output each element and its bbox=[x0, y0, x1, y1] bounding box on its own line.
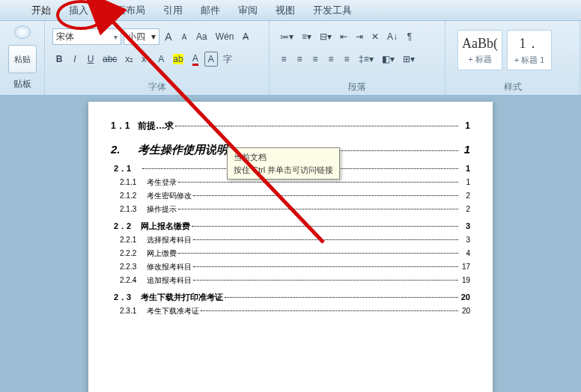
asian-layout-button[interactable]: 字 bbox=[220, 52, 235, 67]
align-left-button[interactable]: ≡ bbox=[277, 52, 290, 67]
toc-leader bbox=[193, 280, 458, 281]
toc-page: 2 bbox=[460, 205, 470, 213]
grow-font-button[interactable]: A bbox=[162, 29, 175, 44]
change-case-button[interactable]: Aa bbox=[193, 29, 210, 44]
toc-leader bbox=[178, 209, 458, 209]
font-name-select[interactable]: 宋体▾ bbox=[52, 28, 121, 45]
shrink-font-button[interactable]: A bbox=[177, 29, 191, 44]
group-styles-label: 样式 bbox=[453, 79, 572, 94]
tab-references[interactable]: 引用 bbox=[154, 1, 192, 20]
italic-button[interactable]: I bbox=[68, 52, 82, 67]
quick-access-icon[interactable] bbox=[14, 25, 31, 39]
toc-leader bbox=[178, 182, 458, 183]
style-card-title[interactable]: AaBb( + 标题 bbox=[457, 30, 502, 70]
font-size-select[interactable]: 小四▾ bbox=[124, 28, 159, 45]
toc-text: 考生下载准考证 bbox=[147, 306, 199, 316]
toc-entry[interactable]: 2.3.1考生下载准考证20 bbox=[120, 306, 470, 316]
style-card-heading1[interactable]: 1． + 标题 1 bbox=[507, 30, 552, 70]
toc-leader bbox=[175, 126, 458, 126]
toc-entry[interactable]: 2.2.3修改报考科目17 bbox=[120, 262, 470, 272]
superscript-button[interactable]: x² bbox=[139, 52, 152, 67]
paste-button[interactable]: 粘贴 bbox=[8, 45, 37, 73]
toc-text: 考生下载并打印准考证 bbox=[141, 292, 223, 303]
group-clipboard: 粘贴 贴板 bbox=[0, 21, 45, 95]
clear-format-button[interactable]: A̶ bbox=[239, 29, 252, 44]
subscript-button[interactable]: x₂ bbox=[122, 52, 136, 67]
toc-text: 考生操作使用说明 bbox=[138, 143, 228, 157]
toc-leader bbox=[225, 297, 458, 298]
text-effect-button[interactable]: A bbox=[154, 52, 168, 67]
bold-button[interactable]: B bbox=[52, 52, 66, 67]
toc-leader bbox=[192, 226, 458, 227]
toc-entry[interactable]: 2.2.1选择报考科目3 bbox=[120, 235, 470, 245]
font-color-button[interactable]: A bbox=[189, 52, 202, 67]
highlight-button[interactable]: ab bbox=[170, 52, 186, 67]
shading-button[interactable]: ◧▾ bbox=[379, 52, 398, 67]
strike-button[interactable]: abc bbox=[100, 52, 120, 67]
toc-page: 17 bbox=[460, 263, 470, 271]
toc-number: 2.2.3 bbox=[120, 263, 147, 271]
align-justify-button[interactable]: ≡ bbox=[324, 52, 338, 67]
tab-home[interactable]: 开始 bbox=[22, 1, 60, 20]
toc-text: 网上报名缴费 bbox=[141, 221, 190, 232]
tab-insert[interactable]: 插入 bbox=[60, 1, 97, 20]
toc-entry[interactable]: 2．3考生下载并打印准考证20 bbox=[114, 292, 470, 303]
tab-pagelayout[interactable]: 页面布局 bbox=[97, 1, 154, 20]
line-spacing-button[interactable]: ‡≡▾ bbox=[356, 52, 377, 67]
ribbon: 粘贴 贴板 宋体▾ 小四▾ A A Aa Wén A̶ B I U abc x₂… bbox=[0, 21, 581, 96]
toc-number: 2.1.2 bbox=[120, 192, 147, 200]
toc-entry[interactable]: 1．1前提…求1 bbox=[111, 120, 470, 132]
toc-entry[interactable]: 2.1.2考生密码修改2 bbox=[120, 191, 470, 201]
tab-developer[interactable]: 开发工具 bbox=[304, 1, 361, 20]
group-font: 宋体▾ 小四▾ A A Aa Wén A̶ B I U abc x₂ x² A … bbox=[45, 21, 270, 95]
toc-page: 4 bbox=[460, 249, 470, 257]
toc-leader bbox=[193, 195, 458, 196]
toc-entry[interactable]: 2.2.4追加报考科目19 bbox=[120, 275, 470, 286]
dropdown-icon: ▾ bbox=[114, 33, 118, 41]
toc-text: 操作提示 bbox=[147, 204, 177, 215]
tooltip-line2: 按住 Ctrl 并单击可访问链接 bbox=[234, 164, 333, 177]
align-right-button[interactable]: ≡ bbox=[308, 52, 322, 67]
toc-number: 2．3 bbox=[114, 292, 141, 303]
numbering-button[interactable]: ≡▾ bbox=[299, 29, 314, 44]
increase-indent-button[interactable]: ⇥ bbox=[353, 29, 366, 44]
toc-number: 2.2.1 bbox=[120, 236, 147, 244]
char-border-button[interactable]: A bbox=[204, 52, 218, 67]
toc-page: 20 bbox=[460, 293, 470, 301]
toc-text: 追加报考科目 bbox=[147, 275, 192, 286]
group-styles: AaBb( + 标题 1． + 标题 1 样式 bbox=[445, 21, 580, 95]
borders-button[interactable]: ⊞▾ bbox=[400, 52, 418, 67]
toc-text: 前提…求 bbox=[138, 120, 174, 132]
group-paragraph: ≔▾ ≡▾ ⊟▾ ⇤ ⇥ ✕ A↓ ¶ ≡ ≡ ≡ ≡ ≡ ‡≡▾ ◧▾ ⊞▾ … bbox=[270, 21, 445, 95]
toc-page: 1 bbox=[460, 120, 470, 131]
toc-entry[interactable]: 2.2.2网上缴费4 bbox=[120, 248, 470, 259]
document-area[interactable]: 1．1前提…求12.考生操作使用说明12．112.1.1考生登录12.1.2考生… bbox=[0, 96, 581, 392]
toc-entry[interactable]: 2．2网上报名缴费3 bbox=[114, 221, 470, 232]
decrease-indent-button[interactable]: ⇤ bbox=[337, 29, 350, 44]
tab-review[interactable]: 审阅 bbox=[229, 1, 267, 20]
multilevel-button[interactable]: ⊟▾ bbox=[317, 29, 335, 44]
toc-text: 修改报考科目 bbox=[147, 262, 192, 272]
toc-number: 2. bbox=[111, 143, 138, 156]
text-direction-button[interactable]: ✕ bbox=[368, 29, 382, 44]
toc-number: 2．2 bbox=[114, 221, 141, 232]
group-clipboard-label: 贴板 bbox=[13, 78, 31, 91]
tab-mail[interactable]: 邮件 bbox=[192, 1, 229, 20]
underline-button[interactable]: U bbox=[84, 52, 97, 67]
align-center-button[interactable]: ≡ bbox=[293, 52, 306, 67]
toc-page: 19 bbox=[460, 276, 470, 284]
toc-text: 考生密码修改 bbox=[147, 191, 192, 201]
dropdown-icon: ▾ bbox=[151, 31, 156, 42]
bullets-button[interactable]: ≔▾ bbox=[277, 29, 296, 44]
toc-page: 1 bbox=[460, 143, 470, 156]
group-paragraph-label: 段落 bbox=[277, 79, 437, 94]
sort-button[interactable]: A↓ bbox=[384, 29, 401, 44]
show-marks-button[interactable]: ¶ bbox=[403, 29, 416, 44]
toc-leader bbox=[178, 253, 458, 254]
phonetic-guide-button[interactable]: Wén bbox=[213, 29, 237, 44]
toc-page: 1 bbox=[460, 164, 470, 173]
align-distribute-button[interactable]: ≡ bbox=[340, 52, 353, 67]
toc-entry[interactable]: 2.1.3操作提示2 bbox=[120, 204, 470, 215]
toc-number: 2.1.1 bbox=[120, 178, 147, 186]
tab-view[interactable]: 视图 bbox=[267, 1, 304, 20]
